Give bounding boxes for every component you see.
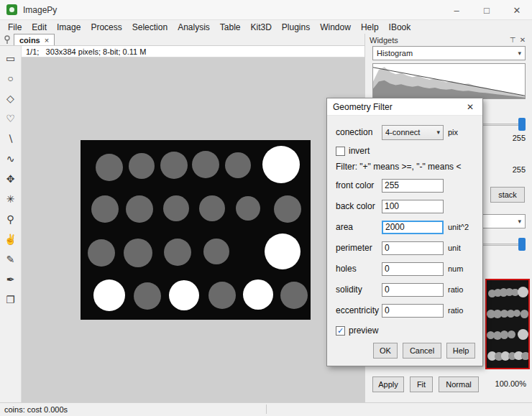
filter-note: Filter: "+" means >=, "-" means <	[336, 162, 461, 172]
chevron-down-icon: ▾	[436, 129, 440, 136]
eccentricity-label: eccentricity	[336, 305, 379, 315]
menu-help[interactable]: Help	[356, 21, 384, 34]
panel-close-icon[interactable]: ✕	[518, 35, 528, 45]
tool-zoom[interactable]: ⚲	[2, 211, 19, 228]
menu-kit3d[interactable]: Kit3D	[246, 21, 277, 34]
menu-ibook[interactable]: IBook	[384, 21, 416, 34]
image-info-bar: 1/1; 303x384 pixels; 8-bit; 0.11 M	[22, 46, 364, 57]
tool-polygon-select[interactable]: ◇	[2, 90, 19, 107]
menu-plugins[interactable]: Plugins	[277, 21, 315, 34]
connection-unit: pix	[448, 128, 458, 137]
tool-hand[interactable]: ✌	[2, 231, 19, 248]
menu-analysis[interactable]: Analysis	[173, 21, 215, 34]
help-button[interactable]: Help	[446, 343, 475, 359]
tool-ellipse-select[interactable]: ○	[2, 70, 19, 87]
tool-rectangle-select[interactable]: ▭	[2, 50, 19, 67]
connection-row: conection 4-connect ▾ pix	[327, 124, 484, 140]
solidity-row: solidity ratio	[327, 282, 484, 297]
minimize-button[interactable]: –	[441, 0, 472, 20]
maximize-button[interactable]: □	[472, 0, 502, 20]
coin	[262, 146, 300, 183]
coin	[163, 195, 189, 221]
thumb-coin	[513, 310, 520, 317]
area-input[interactable]	[382, 221, 444, 234]
tool-freehand-select[interactable]: ♡	[2, 110, 19, 127]
solidity-input[interactable]	[382, 283, 444, 297]
thumb-coin	[518, 329, 528, 340]
tool-pen[interactable]: ✒	[2, 271, 19, 288]
dialog-title-bar[interactable]: Geometry Filter ✕	[327, 98, 482, 116]
invert-checkbox[interactable]	[336, 147, 345, 156]
app-icon	[6, 4, 17, 15]
histogram-plot[interactable]	[372, 63, 526, 99]
coin	[199, 195, 225, 221]
coin	[265, 234, 301, 269]
window-title: ImagePy	[23, 5, 57, 15]
polygon-select-icon: ◇	[6, 93, 14, 104]
curve-icon: ∿	[6, 153, 15, 165]
stack-button[interactable]: stack	[490, 187, 525, 203]
dock-pin-icon[interactable]	[2, 34, 12, 45]
status-text: coins: cost 0.000s	[4, 405, 68, 414]
slider-handle[interactable]	[518, 118, 526, 131]
tool-stamp[interactable]: ❐	[2, 291, 19, 308]
slider-handle[interactable]	[518, 238, 526, 251]
preview-row: ✓ preview	[327, 323, 484, 338]
coin	[124, 239, 152, 267]
coin	[91, 195, 119, 223]
coin	[225, 152, 251, 178]
tool-move[interactable]: ✥	[2, 170, 19, 188]
tool-line[interactable]: ∖	[2, 130, 19, 147]
ellipse-select-icon: ○	[7, 73, 13, 84]
move-icon: ✥	[6, 173, 15, 185]
coin	[208, 282, 236, 309]
eccentricity-input[interactable]	[382, 304, 444, 318]
coins-image[interactable]	[81, 140, 311, 320]
geometry-filter-dialog: Geometry Filter ✕ conection 4-connect ▾ …	[326, 98, 483, 366]
tool-pencil[interactable]: ✎	[2, 251, 19, 268]
preview-checkbox[interactable]: ✓	[336, 326, 345, 336]
zoom-level: 100.00%	[495, 379, 526, 388]
histogram-plot-svg	[373, 64, 525, 98]
menu-process[interactable]: Process	[86, 21, 127, 34]
connection-value: 4-connect	[385, 128, 420, 137]
cancel-button[interactable]: Cancel	[403, 343, 441, 359]
tab-close-icon[interactable]: ×	[45, 36, 49, 45]
status-divider	[266, 405, 267, 414]
menu-table[interactable]: Table	[215, 21, 246, 34]
tool-curve[interactable]: ∿	[2, 150, 19, 167]
solidity-unit: ratio	[448, 285, 463, 294]
freehand-select-icon: ♡	[6, 113, 15, 124]
menu-selection[interactable]: Selection	[127, 21, 173, 34]
widget-selector[interactable]: Histogram ▾	[372, 46, 526, 60]
thumb-coin	[508, 331, 515, 338]
dialog-close-icon[interactable]: ✕	[464, 102, 477, 112]
image-thumbnail[interactable]	[485, 279, 530, 369]
menu-file[interactable]: File	[3, 21, 27, 34]
menu-window[interactable]: Window	[315, 21, 356, 34]
normal-button[interactable]: Normal	[439, 376, 479, 392]
perimeter-input[interactable]	[382, 241, 444, 255]
tool-magic-wand[interactable]: ✳	[2, 190, 19, 208]
tab-label: coins	[19, 36, 40, 45]
menu-image[interactable]: Image	[52, 21, 86, 34]
back-color-input[interactable]	[382, 200, 444, 213]
menu-bar: File Edit Image Process Selection Analys…	[0, 20, 532, 34]
widgets-panel-header: Widgets ⊤ ✕	[365, 34, 532, 46]
connection-select[interactable]: 4-connect ▾	[382, 125, 444, 140]
holes-input[interactable]	[382, 262, 444, 276]
pin-icon[interactable]: ⊤	[508, 35, 518, 45]
widgets-panel-title: Widgets	[370, 36, 398, 45]
apply-button[interactable]: Apply	[372, 376, 404, 392]
front-color-label: front color	[336, 180, 374, 190]
hand-icon: ✌	[4, 234, 17, 245]
menu-edit[interactable]: Edit	[27, 21, 52, 34]
fit-button[interactable]: Fit	[410, 376, 433, 392]
thumbnail-image	[487, 280, 528, 368]
tab-coins[interactable]: coins ×	[14, 34, 55, 45]
close-button[interactable]: ✕	[502, 0, 532, 20]
ok-button[interactable]: OK	[373, 343, 398, 359]
title-bar[interactable]: ImagePy – □ ✕	[0, 0, 532, 20]
front-color-input[interactable]	[382, 179, 444, 193]
invert-row: invert	[327, 143, 484, 159]
